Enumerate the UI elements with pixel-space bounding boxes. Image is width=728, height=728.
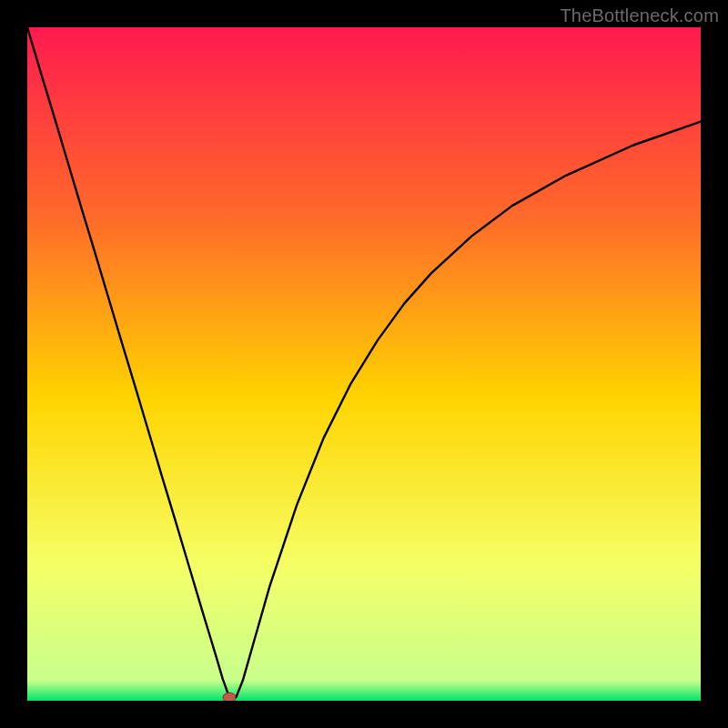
chart-svg (27, 27, 701, 701)
watermark-text: TheBottleneck.com (560, 5, 719, 26)
chart-frame: TheBottleneck.com (0, 0, 728, 728)
minimum-marker (223, 693, 236, 701)
plot-area (27, 27, 701, 701)
